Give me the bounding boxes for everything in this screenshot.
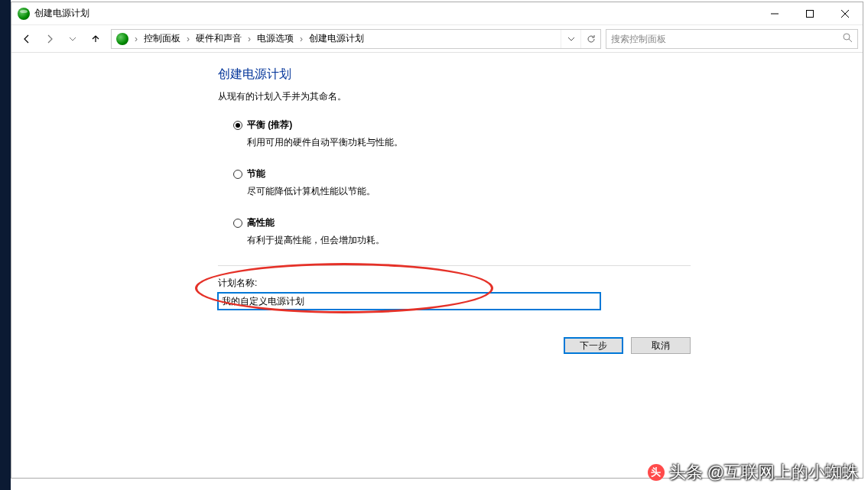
chevron-right-icon[interactable]: › (133, 34, 139, 44)
chevron-right-icon[interactable]: › (298, 34, 304, 44)
navigation-bar: › 控制面板 › 硬件和声音 › 电源选项 › 创建电源计划 (11, 25, 863, 53)
plan-name-label: 计划名称: (218, 277, 863, 290)
maximize-button[interactable] (792, 2, 827, 24)
titlebar: 创建电源计划 (11, 2, 863, 25)
plan-name-input[interactable] (218, 293, 600, 310)
close-button[interactable] (827, 2, 863, 24)
back-button[interactable] (16, 28, 37, 50)
next-button[interactable]: 下一步 (564, 337, 623, 354)
option-desc: 有利于提高性能，但会增加功耗。 (247, 234, 863, 247)
control-panel-window: 创建电源计划 › (11, 2, 863, 479)
breadcrumb-item[interactable]: 控制面板 (141, 31, 184, 47)
svg-rect-1 (807, 10, 814, 17)
forward-button[interactable] (39, 28, 60, 50)
plan-name-section: 计划名称: (218, 277, 863, 310)
svg-line-5 (849, 39, 852, 42)
radio-balanced[interactable] (233, 121, 242, 130)
breadcrumb-item[interactable]: 硬件和声音 (193, 31, 245, 47)
option-label: 平衡 (推荐) (247, 118, 292, 131)
chevron-right-icon[interactable]: › (246, 34, 252, 44)
breadcrumb-item[interactable]: 创建电源计划 (306, 31, 367, 47)
power-plan-options: 平衡 (推荐) 利用可用的硬件自动平衡功耗与性能。 节能 尽可能降低计算机性能以… (218, 118, 863, 247)
breadcrumb-item[interactable]: 电源选项 (254, 31, 297, 47)
window-title: 创建电源计划 (34, 7, 757, 20)
svg-point-4 (844, 34, 850, 40)
divider (218, 265, 691, 266)
page-title: 创建电源计划 (218, 67, 863, 83)
search-icon[interactable] (843, 33, 853, 45)
power-options-icon (116, 33, 128, 45)
option-label: 高性能 (247, 216, 275, 229)
window-controls (757, 2, 863, 24)
watermark-text: 头条 @互联网上的小蜘蛛 (669, 461, 859, 484)
cancel-button[interactable]: 取消 (631, 337, 691, 354)
chevron-right-icon[interactable]: › (185, 34, 191, 44)
power-options-icon (18, 8, 30, 20)
watermark-logo-icon: 头 (648, 464, 665, 481)
option-label: 节能 (247, 167, 265, 180)
option-desc: 利用可用的硬件自动平衡功耗与性能。 (247, 136, 863, 149)
watermark: 头 头条 @互联网上的小蜘蛛 (648, 461, 859, 484)
address-bar[interactable]: › 控制面板 › 硬件和声音 › 电源选项 › 创建电源计划 (111, 29, 601, 49)
radio-power-saver[interactable] (233, 170, 242, 179)
option-balanced[interactable]: 平衡 (推荐) 利用可用的硬件自动平衡功耗与性能。 (233, 118, 863, 149)
radio-high-performance[interactable] (233, 219, 242, 228)
address-dropdown[interactable] (561, 30, 580, 48)
search-input[interactable] (611, 34, 843, 44)
desktop-edge (0, 0, 11, 490)
up-button[interactable] (85, 28, 106, 50)
option-high-performance[interactable]: 高性能 有利于提高性能，但会增加功耗。 (233, 216, 863, 247)
option-desc: 尽可能降低计算机性能以节能。 (247, 185, 863, 198)
breadcrumb: › 控制面板 › 硬件和声音 › 电源选项 › 创建电源计划 (133, 31, 561, 47)
refresh-button[interactable] (580, 30, 600, 48)
content-area: 创建电源计划 从现有的计划入手并为其命名。 平衡 (推荐) 利用可用的硬件自动平… (11, 53, 863, 354)
page-subtitle: 从现有的计划入手并为其命名。 (218, 90, 863, 103)
minimize-button[interactable] (757, 2, 792, 24)
recent-locations-dropdown[interactable] (62, 28, 83, 50)
search-box[interactable] (606, 29, 858, 49)
wizard-buttons: 下一步 取消 (218, 337, 691, 354)
option-power-saver[interactable]: 节能 尽可能降低计算机性能以节能。 (233, 167, 863, 198)
